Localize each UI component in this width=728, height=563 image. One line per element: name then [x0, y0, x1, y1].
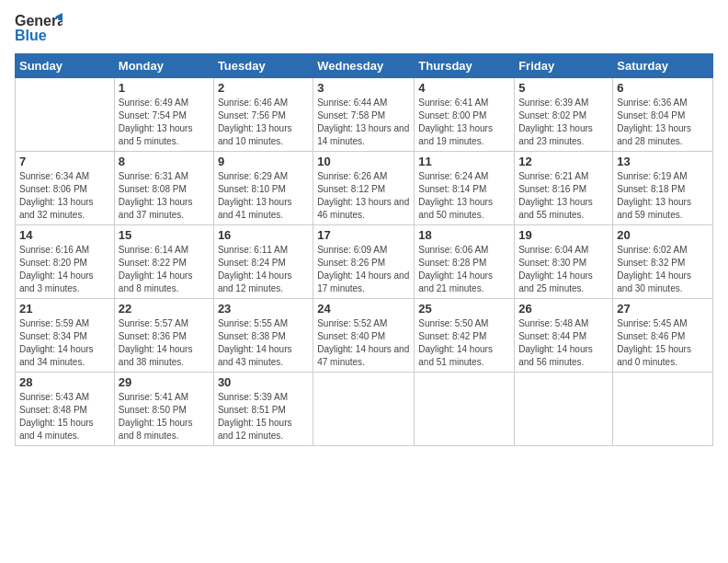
day-number: 8: [119, 155, 210, 168]
day-info: Sunrise: 6:19 AMSunset: 8:18 PMDaylight:…: [617, 170, 709, 222]
day-number: 9: [218, 155, 309, 168]
svg-text:Blue: Blue: [15, 28, 47, 43]
day-cell: 23Sunrise: 5:55 AMSunset: 8:38 PMDayligh…: [213, 299, 313, 373]
calendar-table: SundayMondayTuesdayWednesdayThursdayFrid…: [15, 53, 713, 446]
day-number: 19: [518, 228, 609, 242]
day-cell: 27Sunrise: 5:45 AMSunset: 8:46 PMDayligh…: [613, 299, 713, 373]
weekday-header-monday: Monday: [114, 54, 213, 78]
day-number: 1: [119, 81, 210, 95]
week-row-1: 1Sunrise: 6:49 AMSunset: 7:54 PMDaylight…: [16, 78, 713, 152]
day-cell: [613, 373, 713, 446]
day-cell: [16, 78, 115, 152]
day-info: Sunrise: 6:02 AMSunset: 8:32 PMDaylight:…: [617, 244, 709, 295]
day-info: Sunrise: 6:36 AMSunset: 8:04 PMDaylight:…: [617, 97, 709, 148]
day-info: Sunrise: 5:55 AMSunset: 8:38 PMDaylight:…: [218, 317, 309, 369]
day-number: 21: [19, 302, 110, 316]
day-cell: 16Sunrise: 6:11 AMSunset: 8:24 PMDayligh…: [213, 225, 313, 299]
day-info: Sunrise: 6:04 AMSunset: 8:30 PMDaylight:…: [518, 244, 609, 295]
day-number: 25: [418, 302, 510, 316]
day-number: 13: [617, 155, 709, 168]
calendar-body: 1Sunrise: 6:49 AMSunset: 7:54 PMDaylight…: [16, 78, 713, 446]
day-number: 4: [418, 81, 510, 95]
day-number: 6: [617, 81, 709, 95]
day-info: Sunrise: 6:21 AMSunset: 8:16 PMDaylight:…: [518, 170, 609, 222]
day-number: 18: [418, 228, 510, 242]
day-number: 28: [19, 375, 110, 389]
weekday-header-thursday: Thursday: [415, 54, 515, 78]
day-info: Sunrise: 6:29 AMSunset: 8:10 PMDaylight:…: [218, 170, 309, 222]
day-info: Sunrise: 5:59 AMSunset: 8:34 PMDaylight:…: [19, 317, 110, 369]
day-cell: 29Sunrise: 5:41 AMSunset: 8:50 PMDayligh…: [114, 373, 213, 446]
header: General Blue: [15, 9, 713, 46]
day-cell: 9Sunrise: 6:29 AMSunset: 8:10 PMDaylight…: [213, 152, 313, 225]
day-cell: 24Sunrise: 5:52 AMSunset: 8:40 PMDayligh…: [313, 299, 415, 373]
calendar-header: SundayMondayTuesdayWednesdayThursdayFrid…: [16, 54, 713, 78]
day-number: 23: [218, 302, 309, 316]
day-info: Sunrise: 5:57 AMSunset: 8:36 PMDaylight:…: [119, 317, 210, 369]
week-row-5: 28Sunrise: 5:43 AMSunset: 8:48 PMDayligh…: [16, 373, 713, 446]
logo-icon: General Blue: [15, 9, 63, 46]
day-number: 16: [218, 228, 309, 242]
day-cell: 21Sunrise: 5:59 AMSunset: 8:34 PMDayligh…: [16, 299, 115, 373]
weekday-header-tuesday: Tuesday: [213, 54, 313, 78]
day-cell: 12Sunrise: 6:21 AMSunset: 8:16 PMDayligh…: [515, 152, 613, 225]
day-info: Sunrise: 5:39 AMSunset: 8:51 PMDaylight:…: [218, 391, 309, 442]
day-info: Sunrise: 6:14 AMSunset: 8:22 PMDaylight:…: [119, 244, 210, 295]
day-cell: 8Sunrise: 6:31 AMSunset: 8:08 PMDaylight…: [114, 152, 213, 225]
day-info: Sunrise: 6:09 AMSunset: 8:26 PMDaylight:…: [317, 244, 410, 295]
day-cell: 11Sunrise: 6:24 AMSunset: 8:14 PMDayligh…: [415, 152, 515, 225]
day-cell: 1Sunrise: 6:49 AMSunset: 7:54 PMDaylight…: [114, 78, 213, 152]
day-number: 5: [518, 81, 609, 95]
day-cell: 17Sunrise: 6:09 AMSunset: 8:26 PMDayligh…: [313, 225, 415, 299]
day-number: 29: [119, 375, 210, 389]
day-info: Sunrise: 6:34 AMSunset: 8:06 PMDaylight:…: [19, 170, 110, 222]
day-cell: 25Sunrise: 5:50 AMSunset: 8:42 PMDayligh…: [415, 299, 515, 373]
svg-text:General: General: [15, 13, 63, 29]
day-cell: 30Sunrise: 5:39 AMSunset: 8:51 PMDayligh…: [213, 373, 313, 446]
day-number: 12: [518, 155, 609, 168]
day-cell: 19Sunrise: 6:04 AMSunset: 8:30 PMDayligh…: [515, 225, 613, 299]
day-info: Sunrise: 6:39 AMSunset: 8:02 PMDaylight:…: [518, 97, 609, 148]
day-cell: 26Sunrise: 5:48 AMSunset: 8:44 PMDayligh…: [515, 299, 613, 373]
weekday-header-wednesday: Wednesday: [313, 54, 415, 78]
day-number: 7: [19, 155, 110, 168]
weekday-header-friday: Friday: [515, 54, 613, 78]
day-number: 24: [317, 302, 410, 316]
day-info: Sunrise: 5:43 AMSunset: 8:48 PMDaylight:…: [19, 391, 110, 442]
day-number: 3: [317, 81, 410, 95]
day-number: 26: [518, 302, 609, 316]
weekday-header-saturday: Saturday: [613, 54, 713, 78]
day-cell: 4Sunrise: 6:41 AMSunset: 8:00 PMDaylight…: [415, 78, 515, 152]
day-info: Sunrise: 6:24 AMSunset: 8:14 PMDaylight:…: [418, 170, 510, 222]
day-cell: 18Sunrise: 6:06 AMSunset: 8:28 PMDayligh…: [415, 225, 515, 299]
day-number: 30: [218, 375, 309, 389]
day-cell: [515, 373, 613, 446]
day-info: Sunrise: 5:52 AMSunset: 8:40 PMDaylight:…: [317, 317, 410, 369]
day-cell: 28Sunrise: 5:43 AMSunset: 8:48 PMDayligh…: [16, 373, 115, 446]
day-cell: 7Sunrise: 6:34 AMSunset: 8:06 PMDaylight…: [16, 152, 115, 225]
page-container: General Blue SundayMondayTuesdayWednesda…: [0, 0, 728, 455]
day-cell: [415, 373, 515, 446]
day-info: Sunrise: 6:16 AMSunset: 8:20 PMDaylight:…: [19, 244, 110, 295]
day-number: 20: [617, 228, 709, 242]
day-info: Sunrise: 6:49 AMSunset: 7:54 PMDaylight:…: [119, 97, 210, 148]
week-row-3: 14Sunrise: 6:16 AMSunset: 8:20 PMDayligh…: [16, 225, 713, 299]
day-number: 17: [317, 228, 410, 242]
day-info: Sunrise: 6:11 AMSunset: 8:24 PMDaylight:…: [218, 244, 309, 295]
day-cell: 6Sunrise: 6:36 AMSunset: 8:04 PMDaylight…: [613, 78, 713, 152]
week-row-4: 21Sunrise: 5:59 AMSunset: 8:34 PMDayligh…: [16, 299, 713, 373]
day-number: 14: [19, 228, 110, 242]
day-info: Sunrise: 5:45 AMSunset: 8:46 PMDaylight:…: [617, 317, 709, 369]
day-number: 10: [317, 155, 410, 168]
day-cell: 10Sunrise: 6:26 AMSunset: 8:12 PMDayligh…: [313, 152, 415, 225]
weekday-header-row: SundayMondayTuesdayWednesdayThursdayFrid…: [16, 54, 713, 78]
day-info: Sunrise: 5:48 AMSunset: 8:44 PMDaylight:…: [518, 317, 609, 369]
day-info: Sunrise: 6:44 AMSunset: 7:58 PMDaylight:…: [317, 97, 410, 148]
logo: General Blue: [15, 9, 63, 46]
day-cell: 20Sunrise: 6:02 AMSunset: 8:32 PMDayligh…: [613, 225, 713, 299]
day-info: Sunrise: 5:50 AMSunset: 8:42 PMDaylight:…: [418, 317, 510, 369]
day-number: 11: [418, 155, 510, 168]
day-cell: 15Sunrise: 6:14 AMSunset: 8:22 PMDayligh…: [114, 225, 213, 299]
week-row-2: 7Sunrise: 6:34 AMSunset: 8:06 PMDaylight…: [16, 152, 713, 225]
day-cell: 22Sunrise: 5:57 AMSunset: 8:36 PMDayligh…: [114, 299, 213, 373]
